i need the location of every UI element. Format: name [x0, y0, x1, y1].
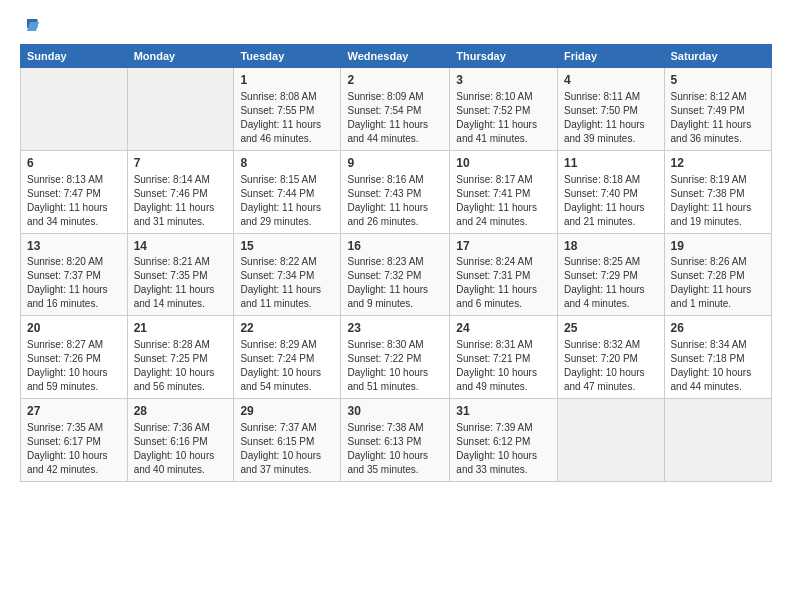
- day-number: 5: [671, 72, 765, 89]
- day-info: Sunrise: 8:26 AM Sunset: 7:28 PM Dayligh…: [671, 255, 765, 311]
- day-number: 22: [240, 320, 334, 337]
- day-number: 10: [456, 155, 551, 172]
- calendar-cell: 4Sunrise: 8:11 AM Sunset: 7:50 PM Daylig…: [558, 68, 665, 151]
- day-number: 3: [456, 72, 551, 89]
- day-number: 4: [564, 72, 658, 89]
- day-number: 16: [347, 238, 443, 255]
- calendar-cell: 13Sunrise: 8:20 AM Sunset: 7:37 PM Dayli…: [21, 233, 128, 316]
- calendar-page: SundayMondayTuesdayWednesdayThursdayFrid…: [0, 0, 792, 612]
- calendar-cell: 20Sunrise: 8:27 AM Sunset: 7:26 PM Dayli…: [21, 316, 128, 399]
- day-info: Sunrise: 8:12 AM Sunset: 7:49 PM Dayligh…: [671, 90, 765, 146]
- day-info: Sunrise: 8:10 AM Sunset: 7:52 PM Dayligh…: [456, 90, 551, 146]
- day-info: Sunrise: 7:39 AM Sunset: 6:12 PM Dayligh…: [456, 421, 551, 477]
- day-info: Sunrise: 8:20 AM Sunset: 7:37 PM Dayligh…: [27, 255, 121, 311]
- day-number: 31: [456, 403, 551, 420]
- day-number: 17: [456, 238, 551, 255]
- calendar-cell: 15Sunrise: 8:22 AM Sunset: 7:34 PM Dayli…: [234, 233, 341, 316]
- day-info: Sunrise: 8:21 AM Sunset: 7:35 PM Dayligh…: [134, 255, 228, 311]
- logo: [20, 16, 41, 38]
- day-number: 27: [27, 403, 121, 420]
- header-row: SundayMondayTuesdayWednesdayThursdayFrid…: [21, 45, 772, 68]
- calendar-cell: 5Sunrise: 8:12 AM Sunset: 7:49 PM Daylig…: [664, 68, 771, 151]
- day-info: Sunrise: 8:29 AM Sunset: 7:24 PM Dayligh…: [240, 338, 334, 394]
- day-number: 26: [671, 320, 765, 337]
- day-info: Sunrise: 8:22 AM Sunset: 7:34 PM Dayligh…: [240, 255, 334, 311]
- header-day-sunday: Sunday: [21, 45, 128, 68]
- day-number: 23: [347, 320, 443, 337]
- calendar-cell: 9Sunrise: 8:16 AM Sunset: 7:43 PM Daylig…: [341, 150, 450, 233]
- calendar-cell: 27Sunrise: 7:35 AM Sunset: 6:17 PM Dayli…: [21, 399, 128, 482]
- day-number: 18: [564, 238, 658, 255]
- day-info: Sunrise: 8:34 AM Sunset: 7:18 PM Dayligh…: [671, 338, 765, 394]
- day-number: 30: [347, 403, 443, 420]
- day-number: 12: [671, 155, 765, 172]
- calendar-cell: 6Sunrise: 8:13 AM Sunset: 7:47 PM Daylig…: [21, 150, 128, 233]
- day-info: Sunrise: 8:18 AM Sunset: 7:40 PM Dayligh…: [564, 173, 658, 229]
- day-number: 6: [27, 155, 121, 172]
- day-info: Sunrise: 8:08 AM Sunset: 7:55 PM Dayligh…: [240, 90, 334, 146]
- calendar-cell: 1Sunrise: 8:08 AM Sunset: 7:55 PM Daylig…: [234, 68, 341, 151]
- day-info: Sunrise: 8:19 AM Sunset: 7:38 PM Dayligh…: [671, 173, 765, 229]
- day-number: 29: [240, 403, 334, 420]
- day-info: Sunrise: 8:30 AM Sunset: 7:22 PM Dayligh…: [347, 338, 443, 394]
- day-number: 13: [27, 238, 121, 255]
- header: [20, 16, 772, 38]
- day-number: 8: [240, 155, 334, 172]
- calendar-cell: 29Sunrise: 7:37 AM Sunset: 6:15 PM Dayli…: [234, 399, 341, 482]
- calendar-cell: [558, 399, 665, 482]
- calendar-cell: 17Sunrise: 8:24 AM Sunset: 7:31 PM Dayli…: [450, 233, 558, 316]
- week-row-5: 27Sunrise: 7:35 AM Sunset: 6:17 PM Dayli…: [21, 399, 772, 482]
- day-info: Sunrise: 8:25 AM Sunset: 7:29 PM Dayligh…: [564, 255, 658, 311]
- calendar-cell: 10Sunrise: 8:17 AM Sunset: 7:41 PM Dayli…: [450, 150, 558, 233]
- day-info: Sunrise: 8:24 AM Sunset: 7:31 PM Dayligh…: [456, 255, 551, 311]
- day-info: Sunrise: 8:28 AM Sunset: 7:25 PM Dayligh…: [134, 338, 228, 394]
- day-info: Sunrise: 8:27 AM Sunset: 7:26 PM Dayligh…: [27, 338, 121, 394]
- day-info: Sunrise: 8:31 AM Sunset: 7:21 PM Dayligh…: [456, 338, 551, 394]
- day-info: Sunrise: 7:36 AM Sunset: 6:16 PM Dayligh…: [134, 421, 228, 477]
- calendar-cell: 24Sunrise: 8:31 AM Sunset: 7:21 PM Dayli…: [450, 316, 558, 399]
- day-info: Sunrise: 8:16 AM Sunset: 7:43 PM Dayligh…: [347, 173, 443, 229]
- day-info: Sunrise: 7:38 AM Sunset: 6:13 PM Dayligh…: [347, 421, 443, 477]
- calendar-cell: 19Sunrise: 8:26 AM Sunset: 7:28 PM Dayli…: [664, 233, 771, 316]
- day-number: 25: [564, 320, 658, 337]
- day-number: 2: [347, 72, 443, 89]
- calendar-cell: 28Sunrise: 7:36 AM Sunset: 6:16 PM Dayli…: [127, 399, 234, 482]
- calendar-cell: 25Sunrise: 8:32 AM Sunset: 7:20 PM Dayli…: [558, 316, 665, 399]
- header-day-monday: Monday: [127, 45, 234, 68]
- header-day-saturday: Saturday: [664, 45, 771, 68]
- header-day-tuesday: Tuesday: [234, 45, 341, 68]
- week-row-3: 13Sunrise: 8:20 AM Sunset: 7:37 PM Dayli…: [21, 233, 772, 316]
- calendar-cell: 21Sunrise: 8:28 AM Sunset: 7:25 PM Dayli…: [127, 316, 234, 399]
- calendar-cell: 12Sunrise: 8:19 AM Sunset: 7:38 PM Dayli…: [664, 150, 771, 233]
- day-info: Sunrise: 8:09 AM Sunset: 7:54 PM Dayligh…: [347, 90, 443, 146]
- day-number: 21: [134, 320, 228, 337]
- day-number: 14: [134, 238, 228, 255]
- day-number: 7: [134, 155, 228, 172]
- day-number: 15: [240, 238, 334, 255]
- calendar-cell: [21, 68, 128, 151]
- day-number: 20: [27, 320, 121, 337]
- day-info: Sunrise: 7:37 AM Sunset: 6:15 PM Dayligh…: [240, 421, 334, 477]
- week-row-4: 20Sunrise: 8:27 AM Sunset: 7:26 PM Dayli…: [21, 316, 772, 399]
- day-number: 9: [347, 155, 443, 172]
- week-row-1: 1Sunrise: 8:08 AM Sunset: 7:55 PM Daylig…: [21, 68, 772, 151]
- header-day-wednesday: Wednesday: [341, 45, 450, 68]
- calendar-cell: 26Sunrise: 8:34 AM Sunset: 7:18 PM Dayli…: [664, 316, 771, 399]
- day-number: 1: [240, 72, 334, 89]
- day-info: Sunrise: 7:35 AM Sunset: 6:17 PM Dayligh…: [27, 421, 121, 477]
- calendar-table: SundayMondayTuesdayWednesdayThursdayFrid…: [20, 44, 772, 482]
- day-number: 19: [671, 238, 765, 255]
- day-info: Sunrise: 8:13 AM Sunset: 7:47 PM Dayligh…: [27, 173, 121, 229]
- calendar-cell: 7Sunrise: 8:14 AM Sunset: 7:46 PM Daylig…: [127, 150, 234, 233]
- header-day-thursday: Thursday: [450, 45, 558, 68]
- day-info: Sunrise: 8:32 AM Sunset: 7:20 PM Dayligh…: [564, 338, 658, 394]
- day-info: Sunrise: 8:14 AM Sunset: 7:46 PM Dayligh…: [134, 173, 228, 229]
- header-day-friday: Friday: [558, 45, 665, 68]
- calendar-cell: 8Sunrise: 8:15 AM Sunset: 7:44 PM Daylig…: [234, 150, 341, 233]
- logo-icon: [21, 16, 39, 34]
- calendar-cell: 31Sunrise: 7:39 AM Sunset: 6:12 PM Dayli…: [450, 399, 558, 482]
- calendar-cell: 14Sunrise: 8:21 AM Sunset: 7:35 PM Dayli…: [127, 233, 234, 316]
- calendar-cell: 16Sunrise: 8:23 AM Sunset: 7:32 PM Dayli…: [341, 233, 450, 316]
- calendar-cell: 22Sunrise: 8:29 AM Sunset: 7:24 PM Dayli…: [234, 316, 341, 399]
- day-info: Sunrise: 8:11 AM Sunset: 7:50 PM Dayligh…: [564, 90, 658, 146]
